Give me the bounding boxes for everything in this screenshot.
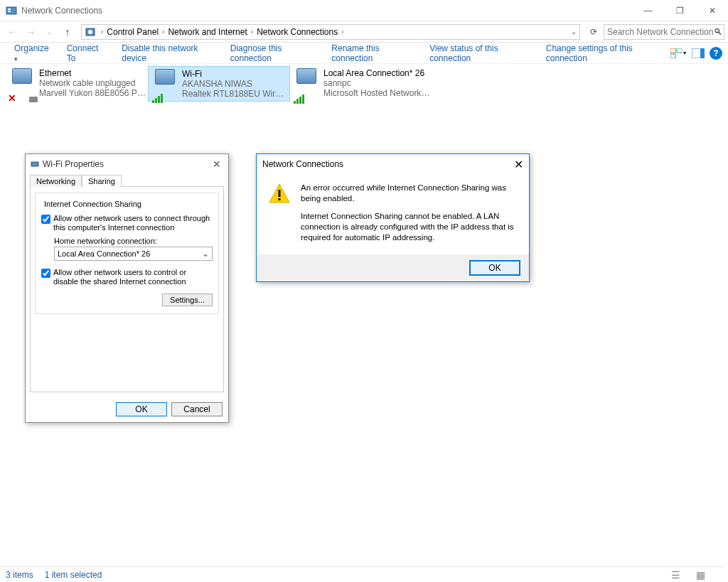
allow-control-checkbox[interactable] xyxy=(41,269,50,278)
crumb-network-internet[interactable]: Network and Internet xyxy=(166,27,248,37)
ics-groupbox: Internet Connection Sharing Allow other … xyxy=(35,193,219,314)
organize-menu[interactable]: Organize xyxy=(6,43,58,63)
disable-device-link[interactable]: Disable this network device xyxy=(113,43,222,63)
tab-sharing[interactable]: Sharing xyxy=(82,175,122,187)
close-button[interactable]: ✕ xyxy=(696,0,728,21)
svg-rect-7 xyxy=(670,54,675,58)
svg-rect-1 xyxy=(8,9,11,10)
address-history-dropdown[interactable]: ⌄ xyxy=(571,28,577,36)
help-button[interactable]: ? xyxy=(710,47,722,60)
maximize-button[interactable]: ❐ xyxy=(664,0,696,21)
allow-connect-label: Allow other network users to connect thr… xyxy=(53,214,213,232)
ethernet-icon: ✕ xyxy=(8,68,36,99)
status-bar: 3 items 1 item selected ☰ ▦ xyxy=(0,566,722,582)
minimize-button[interactable]: — xyxy=(632,0,664,21)
preview-pane-button[interactable] xyxy=(690,46,707,60)
groupbox-legend: Internet Connection Sharing xyxy=(43,200,143,208)
search-icon: 🔍︎ xyxy=(714,27,722,37)
connection-item-lan26[interactable]: Local Area Connection* 26 sannpc Microso… xyxy=(290,66,432,102)
svg-rect-5 xyxy=(670,48,675,53)
error-message-1: An error occurred while Internet Connect… xyxy=(301,183,518,204)
error-title-bar[interactable]: Network Connections ✕ xyxy=(257,154,529,174)
error-dialog: Network Connections ✕ An error occurred … xyxy=(256,153,530,282)
forward-button[interactable]: → xyxy=(22,23,39,41)
settings-button[interactable]: Settings... xyxy=(162,293,213,306)
warning-icon xyxy=(268,183,291,205)
connection-item-ethernet[interactable]: ✕ Ethernet Network cable unplugged Marve… xyxy=(6,66,148,102)
allow-control-label: Allow other network users to control or … xyxy=(53,268,213,286)
crumb-network-connections[interactable]: Network Connections xyxy=(255,27,339,37)
error-close-button[interactable]: ✕ xyxy=(514,158,523,171)
search-box[interactable]: 🔍︎ xyxy=(604,24,724,40)
tab-networking[interactable]: Networking xyxy=(30,175,82,187)
connection-list: ✕ Ethernet Network cable unplugged Marve… xyxy=(0,64,728,104)
view-layout-button[interactable]: ▾ xyxy=(670,46,687,60)
recent-dropdown[interactable]: ⌄ xyxy=(41,23,58,41)
svg-rect-6 xyxy=(677,48,682,53)
diagnose-link[interactable]: Diagnose this connection xyxy=(222,43,323,63)
error-ok-button[interactable]: OK xyxy=(469,260,520,276)
status-selected-count: 1 item selected xyxy=(45,570,102,580)
rename-link[interactable]: Rename this connection xyxy=(323,43,421,63)
wifi-icon xyxy=(151,69,179,99)
home-networking-dropdown[interactable]: Local Area Connection* 26 xyxy=(54,247,213,261)
connect-to-link[interactable]: Connect To xyxy=(58,43,114,63)
large-icons-view-icon[interactable]: ▦ xyxy=(696,569,705,581)
back-button[interactable]: ← xyxy=(4,23,21,41)
command-bar: Organize Connect To Disable this network… xyxy=(0,43,728,64)
location-icon xyxy=(85,26,96,38)
address-bar: ← → ⌄ ↑ › Control Panel › Network and In… xyxy=(0,21,728,43)
dialog-title: Wi-Fi Properties xyxy=(43,159,104,169)
error-message-2: Internet Connection Sharing cannot be en… xyxy=(301,211,518,243)
refresh-button[interactable]: ⟳ xyxy=(585,23,602,41)
view-status-link[interactable]: View status of this connection xyxy=(421,43,537,63)
crumb-control-panel[interactable]: Control Panel xyxy=(105,27,160,37)
dialog-title-bar[interactable]: Wi-Fi Properties ✕ xyxy=(26,154,228,174)
allow-connect-checkbox[interactable] xyxy=(41,215,50,224)
window-title: Network Connections xyxy=(21,6,632,16)
dialog-close-button[interactable]: ✕ xyxy=(210,158,224,170)
svg-rect-9 xyxy=(700,48,705,58)
svg-rect-12 xyxy=(279,190,281,197)
search-input[interactable] xyxy=(607,27,714,37)
svg-rect-10 xyxy=(31,162,38,166)
svg-rect-2 xyxy=(8,11,11,12)
ok-button[interactable]: OK xyxy=(116,402,167,416)
up-button[interactable]: ↑ xyxy=(59,23,76,41)
control-panel-icon xyxy=(6,5,17,16)
svg-point-4 xyxy=(88,30,92,34)
wifi-icon xyxy=(292,68,321,99)
change-settings-link[interactable]: Change settings of this connection xyxy=(537,43,670,63)
connection-item-wifi[interactable]: Wi-Fi AKANSHA NIWAS Realtek RTL8188EU Wi… xyxy=(148,66,290,102)
title-bar: Network Connections — ❐ ✕ xyxy=(0,0,728,21)
status-item-count: 3 items xyxy=(6,570,33,580)
wifi-properties-dialog: Wi-Fi Properties ✕ Networking Sharing In… xyxy=(25,153,229,423)
svg-rect-13 xyxy=(279,198,281,200)
breadcrumb[interactable]: › Control Panel › Network and Internet ›… xyxy=(81,24,580,40)
details-view-icon[interactable]: ☰ xyxy=(671,569,680,581)
home-networking-label: Home networking connection: xyxy=(54,237,213,245)
error-dialog-title: Network Connections xyxy=(262,159,343,169)
adapter-icon xyxy=(30,159,40,169)
cancel-button[interactable]: Cancel xyxy=(171,402,223,416)
